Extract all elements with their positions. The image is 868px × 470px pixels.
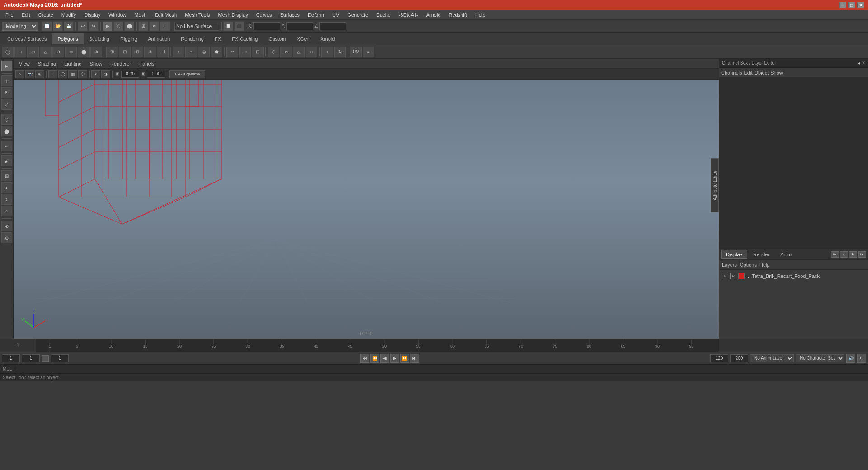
mirror-btn[interactable]: ⊣ [157, 47, 169, 57]
boolean-btn[interactable]: ⊕ [144, 47, 156, 57]
tab-fx-caching[interactable]: FX Caching [226, 33, 263, 44]
tab-render[interactable]: Render [748, 250, 774, 259]
pb-play-back[interactable]: ◀ [380, 354, 389, 363]
cylinder-tool-btn[interactable]: ⬭ [27, 47, 39, 57]
viewport-3d[interactable]: persp X Y Z [14, 80, 719, 339]
tab-fx[interactable]: FX [209, 33, 226, 44]
triangulate-btn[interactable]: △ [293, 47, 305, 57]
vp-menu-shading[interactable]: Shading [34, 60, 60, 67]
anim-pref-btn[interactable]: ⚙ [857, 354, 866, 363]
sound-btn[interactable]: 🔊 [846, 354, 855, 363]
menu-arnold[interactable]: Arnold [423, 11, 444, 19]
vp-camera-btn[interactable]: 📷 [25, 70, 34, 78]
vp-value-a-input[interactable]: 0.00 [121, 70, 139, 78]
pb-step-fwd[interactable]: ⏩ [400, 354, 409, 363]
vp-gamma-btn[interactable]: sRGB gamma [169, 70, 205, 78]
uv-auto-btn[interactable]: ≡ [363, 47, 374, 57]
layer-ctrl-4[interactable]: ⏭ [858, 251, 866, 258]
sphere-tool-btn[interactable]: ◯ [2, 47, 14, 57]
tab-xgen[interactable]: XGen [291, 33, 315, 44]
minimize-button[interactable]: ─ [839, 2, 846, 8]
layer-color-swatch[interactable] [738, 273, 745, 279]
vp-menu-renderer[interactable]: Renderer [107, 60, 135, 67]
ipr-btn[interactable]: ⬛ [234, 21, 244, 31]
frame-display-input[interactable] [22, 354, 40, 362]
rotate-tool-left[interactable]: ↻ [1, 87, 12, 98]
tab-rendering[interactable]: Rendering [175, 33, 209, 44]
cb-channels-menu[interactable]: Channels [721, 70, 742, 75]
script-input[interactable] [18, 367, 865, 371]
menu-create[interactable]: Create [35, 11, 57, 19]
vp-light-btn[interactable]: ☀ [91, 70, 100, 78]
extrude-btn[interactable]: ↑ [173, 47, 184, 57]
cube-tool-btn[interactable]: □ [14, 47, 26, 57]
menu-cache[interactable]: Cache [373, 11, 394, 19]
paint-select-btn[interactable]: ⬤ [124, 21, 134, 31]
tab-anim[interactable]: Anim [775, 250, 797, 259]
plane-tool-btn[interactable]: ▭ [65, 47, 77, 57]
select-tool-left[interactable]: ▸ [1, 61, 12, 71]
pb-step-back[interactable]: ⏪ [370, 354, 379, 363]
tab-animation[interactable]: Animation [142, 33, 175, 44]
vp-wireframe-btn[interactable]: □ [48, 70, 57, 78]
snap-curve-btn[interactable]: ≈ [149, 21, 159, 31]
pb-play-fwd[interactable]: ▶ [390, 354, 399, 363]
x-input[interactable] [253, 22, 280, 30]
wedge-btn[interactable]: ⬟ [211, 47, 222, 57]
menu-surfaces[interactable]: Surfaces [276, 11, 303, 19]
menu-display[interactable]: Display [80, 11, 104, 19]
resolution-btn-2[interactable]: 2 [1, 194, 12, 205]
vp-home-btn[interactable]: ⌂ [15, 70, 24, 78]
new-file-btn[interactable]: 📄 [42, 21, 52, 31]
tab-curves-surfaces[interactable]: Curves / Surfaces [2, 33, 52, 44]
layers-menu-help[interactable]: Help [760, 262, 770, 268]
channel-box-collapse-btn[interactable]: ◂ [858, 61, 860, 66]
tab-display[interactable]: Display [721, 250, 747, 259]
lasso-select-btn[interactable]: ⬡ [113, 21, 123, 31]
move-tool-left[interactable]: ✛ [1, 75, 12, 86]
snap-point-btn[interactable]: + [160, 21, 170, 31]
show-btn[interactable]: ⊙ [1, 232, 12, 243]
vp-menu-view[interactable]: View [15, 60, 33, 67]
close-button[interactable]: ✕ [857, 2, 864, 8]
workspace-dropdown[interactable]: Modeling [2, 22, 38, 31]
select-tool-btn[interactable]: ▶ [103, 21, 113, 31]
layer-playback-btn[interactable]: P [730, 273, 736, 279]
layer-ctrl-2[interactable]: ⏴ [840, 251, 848, 258]
vp-menu-show[interactable]: Show [86, 60, 106, 67]
quadrangulate-btn[interactable]: □ [306, 47, 317, 57]
pb-goto-end[interactable]: ⏭ [410, 354, 419, 363]
menu-mesh-tools[interactable]: Mesh Tools [181, 11, 213, 19]
lasso-tool-left[interactable]: ⬡ [1, 114, 12, 125]
menu-modify[interactable]: Modify [58, 11, 80, 19]
layer-ctrl-1[interactable]: ⏮ [831, 251, 839, 258]
menu-3dtoall[interactable]: -3DtoAll- [395, 11, 422, 19]
menu-file[interactable]: File [2, 11, 17, 19]
menu-edit-mesh[interactable]: Edit Mesh [151, 11, 180, 19]
render-btn[interactable]: 🔲 [223, 21, 233, 31]
extract-btn[interactable]: ⊠ [132, 47, 143, 57]
vp-menu-lighting[interactable]: Lighting [61, 60, 85, 67]
range-display[interactable] [51, 354, 69, 362]
sculpt-btn[interactable]: 🖌 [1, 155, 12, 166]
spin-edge-btn[interactable]: ↻ [334, 47, 346, 57]
soft-select-btn[interactable]: ≈ [1, 141, 12, 151]
open-file-btn[interactable]: 📂 [53, 21, 63, 31]
tab-sculpting[interactable]: Sculpting [84, 33, 115, 44]
smooth-btn[interactable]: ⌀ [280, 47, 292, 57]
vp-smooth-btn[interactable]: ◯ [58, 70, 67, 78]
tab-polygons[interactable]: Polygons [52, 33, 83, 44]
tab-arnold[interactable]: Arnold [315, 33, 340, 44]
maximize-button[interactable]: □ [848, 2, 855, 8]
offset-btn[interactable]: ⊟ [252, 47, 264, 57]
range-end-input[interactable]: 120 [730, 354, 748, 362]
scale-tool-left[interactable]: ⤢ [1, 99, 12, 110]
layers-menu-options[interactable]: Options [740, 262, 757, 268]
fill-hole-btn[interactable]: ◎ [198, 47, 210, 57]
y-input[interactable] [286, 22, 313, 30]
timeline-ruler[interactable]: 1 5 10 15 20 25 30 35 40 45 50 [36, 339, 719, 352]
vp-value-b-input[interactable]: 1.00 [147, 70, 165, 78]
cb-edit-menu[interactable]: Edit [744, 70, 752, 75]
pipe-tool-btn[interactable]: ⊕ [90, 47, 102, 57]
z-input[interactable] [319, 22, 346, 30]
